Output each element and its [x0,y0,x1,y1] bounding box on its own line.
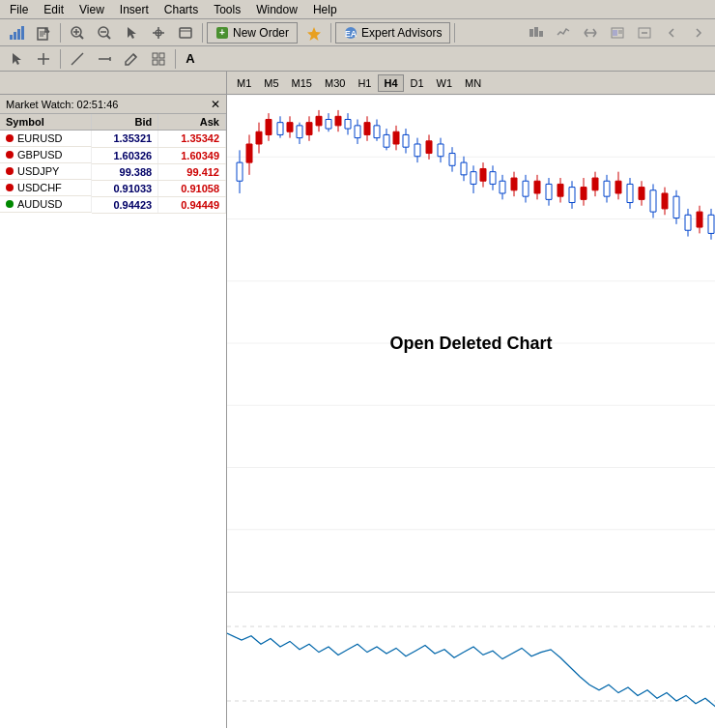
new-chart-button[interactable] [4,22,29,44]
ask-price: 0.94449 [158,196,226,213]
svg-line-10 [107,35,111,39]
menu-view[interactable]: View [72,1,112,18]
text-tool[interactable]: A [180,48,201,70]
history-button[interactable] [524,22,549,44]
market-watch-row[interactable]: GBPUSD 1.60326 1.60349 [0,147,226,163]
ask-price: 1.60349 [158,147,226,163]
tf-h1[interactable]: H1 [352,74,377,92]
alert-button[interactable] [301,22,327,44]
expert-advisors-button[interactable]: EA Expert Advisors [335,22,450,44]
app-window: File Edit View Insert Charts Tools Windo… [0,0,715,728]
menu-charts[interactable]: Charts [157,1,206,18]
chart-center-text: Open Deleted Chart [389,334,552,354]
menu-tools[interactable]: Tools [206,1,248,18]
tf-mn[interactable]: MN [459,74,487,92]
plus-cursor-tool[interactable] [31,48,56,70]
menu-insert[interactable]: Insert [112,1,157,18]
svg-rect-43 [153,60,157,65]
scroll-right[interactable] [686,22,711,44]
bid-price: 0.94423 [92,196,158,213]
tf-h4[interactable]: H4 [378,74,403,92]
ask-price: 0.91058 [158,180,226,196]
market-watch-title: Market Watch: 02:51:46 [6,99,118,110]
separator-5 [60,49,61,69]
timeframe-row: M1 M5 M15 M30 H1 H4 D1 W1 MN [0,72,715,95]
tf-spacer [0,72,227,94]
crosshair-button[interactable] [146,22,171,44]
scroll-left[interactable] [659,22,684,44]
svg-rect-22 [534,27,538,37]
hline-tool[interactable] [92,48,117,70]
scale-button[interactable] [578,22,603,44]
ask-price: 99.412 [158,163,226,180]
tf-m1[interactable]: M1 [231,74,257,92]
properties-button[interactable] [173,22,198,44]
tf-w1[interactable]: W1 [431,74,459,92]
ask-price: 1.35342 [158,131,226,148]
svg-rect-42 [159,53,164,58]
content-area: Market Watch: 02:51:46 ✕ Symbol Bid Ask … [0,95,715,728]
svg-line-37 [72,53,83,65]
subwindow-canvas [227,593,715,728]
market-watch-row[interactable]: AUDUSD 0.94423 0.94449 [0,196,226,213]
svg-rect-41 [153,53,157,58]
bid-price: 1.35321 [92,131,158,148]
col-symbol: Symbol [0,114,92,131]
toolbar-drawing: A [0,46,715,72]
symbol-cell: AUDUSD [0,196,92,213]
new-order-button[interactable]: + New Order [207,22,298,44]
pencil-tool[interactable] [119,48,144,70]
symbol-name: USDJPY [17,165,59,177]
separator-4 [454,23,455,43]
svg-text:EA: EA [345,29,358,39]
bid-price: 1.60326 [92,147,158,163]
svg-rect-15 [180,28,191,38]
zoom-out-button[interactable] [92,22,117,44]
separator-3 [330,23,331,43]
tf-m5[interactable]: M5 [258,74,284,92]
market-watch-close[interactable]: ✕ [211,99,220,110]
zoom-chart-out[interactable] [632,22,657,44]
line-tool[interactable] [65,48,90,70]
svg-line-6 [80,35,84,39]
grid-tool[interactable] [146,48,171,70]
svg-rect-32 [613,30,617,36]
tf-m30[interactable]: M30 [319,74,351,92]
chart-subwindow[interactable] [227,593,715,728]
svg-rect-3 [21,26,24,40]
svg-rect-21 [529,29,533,37]
cursor-tool[interactable] [4,48,29,70]
svg-text:+: + [219,27,225,38]
market-watch-row[interactable]: EURUSD 1.35321 1.35342 [0,131,226,148]
svg-rect-2 [17,29,20,40]
tf-d1[interactable]: D1 [405,74,430,92]
svg-line-40 [133,54,136,57]
chart-area[interactable]: Open Deleted Chart [227,95,715,728]
symbol-dot [6,200,14,208]
market-watch-row[interactable]: USDCHF 0.91033 0.91058 [0,180,226,196]
timeframe-buttons: M1 M5 M15 M30 H1 H4 D1 W1 MN [227,73,491,94]
separator-6 [175,49,176,69]
symbol-cell: USDCHF [0,180,92,196]
menu-file[interactable]: File [2,1,36,18]
market-watch-row[interactable]: USDJPY 99.388 99.412 [0,163,226,180]
symbol-name: AUDUSD [17,198,62,210]
open-template-button[interactable] [31,22,56,44]
menu-window[interactable]: Window [248,1,305,18]
tick-button[interactable] [551,22,576,44]
chart-main[interactable]: Open Deleted Chart [227,95,715,593]
menubar: File Edit View Insert Charts Tools Windo… [0,0,715,19]
col-ask: Ask [158,114,226,131]
menu-edit[interactable]: Edit [36,1,72,18]
zoom-chart-in[interactable] [605,22,630,44]
symbol-name: GBPUSD [17,149,62,160]
zoom-in-button[interactable] [65,22,90,44]
symbol-name: EURUSD [17,132,62,144]
tf-m15[interactable]: M15 [286,74,318,92]
toolbar-main: + New Order EA Expert Advisors [0,19,715,46]
cursor-button[interactable] [119,22,144,44]
svg-rect-1 [14,32,16,40]
menu-help[interactable]: Help [305,1,345,18]
symbol-cell: GBPUSD [0,147,92,163]
market-watch-panel: Market Watch: 02:51:46 ✕ Symbol Bid Ask … [0,95,227,728]
